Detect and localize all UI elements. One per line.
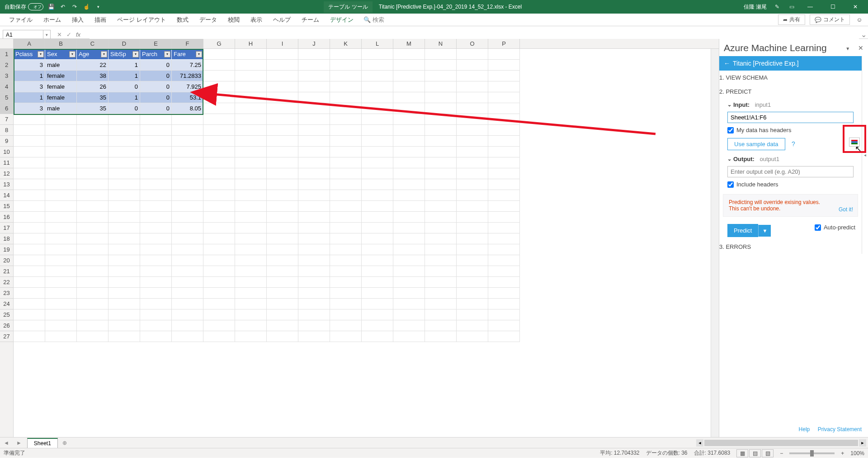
- cell[interactable]: [45, 157, 77, 168]
- col-header[interactable]: E: [140, 39, 172, 48]
- cell[interactable]: [45, 190, 77, 201]
- cell[interactable]: [393, 223, 425, 233]
- cell[interactable]: [77, 309, 108, 320]
- table-cell[interactable]: 0: [108, 103, 140, 114]
- cell[interactable]: [45, 244, 77, 255]
- cell[interactable]: [45, 255, 77, 266]
- cell[interactable]: [298, 190, 330, 201]
- save-icon[interactable]: 💾: [47, 3, 55, 11]
- cell[interactable]: [488, 223, 520, 233]
- cell[interactable]: [457, 233, 488, 244]
- table-cell[interactable]: 7.25: [172, 60, 203, 71]
- cell[interactable]: [457, 71, 488, 81]
- cell[interactable]: [298, 103, 330, 114]
- cell[interactable]: [362, 255, 393, 266]
- cell[interactable]: [77, 255, 108, 266]
- cell[interactable]: [14, 168, 45, 179]
- cell[interactable]: [330, 92, 362, 103]
- col-header[interactable]: K: [330, 39, 362, 48]
- view-normal-icon[interactable]: ▦: [736, 449, 748, 457]
- cell[interactable]: [330, 114, 362, 125]
- tab-data[interactable]: データ: [194, 14, 222, 26]
- fx-icon[interactable]: fx: [76, 31, 83, 38]
- cell[interactable]: [488, 309, 520, 320]
- col-header[interactable]: D: [108, 39, 140, 48]
- cell[interactable]: [488, 266, 520, 277]
- cell[interactable]: [298, 81, 330, 92]
- cell[interactable]: [235, 179, 267, 190]
- cell[interactable]: [425, 125, 457, 136]
- cell[interactable]: [488, 277, 520, 288]
- cell[interactable]: [457, 266, 488, 277]
- cell[interactable]: [267, 60, 298, 71]
- table-cell[interactable]: 1: [108, 92, 140, 103]
- cell[interactable]: [457, 179, 488, 190]
- cell[interactable]: [298, 233, 330, 244]
- cell[interactable]: [425, 168, 457, 179]
- table-cell[interactable]: 1: [14, 92, 45, 103]
- cell[interactable]: [362, 179, 393, 190]
- cells[interactable]: Pclass▾Sex▾Age▾SibSp▾Parch▾Fare▾3male221…: [14, 49, 711, 437]
- cell[interactable]: [457, 277, 488, 288]
- cell[interactable]: [457, 201, 488, 212]
- zoom-slider[interactable]: [789, 452, 835, 454]
- tab-file[interactable]: ファイル: [4, 14, 38, 26]
- cell[interactable]: [108, 136, 140, 147]
- cell[interactable]: [330, 288, 362, 299]
- cell[interactable]: [362, 71, 393, 81]
- cell[interactable]: [425, 71, 457, 81]
- cell[interactable]: [203, 168, 235, 179]
- cell[interactable]: [488, 201, 520, 212]
- cell[interactable]: [14, 288, 45, 299]
- tab-home[interactable]: ホーム: [38, 14, 66, 26]
- cell[interactable]: [172, 266, 203, 277]
- cell[interactable]: [488, 60, 520, 71]
- cell[interactable]: [140, 147, 172, 157]
- cell[interactable]: [330, 60, 362, 71]
- step-predict[interactable]: 2. PREDICT: [719, 85, 862, 99]
- cell[interactable]: [203, 71, 235, 81]
- cell[interactable]: [488, 81, 520, 92]
- cell[interactable]: [172, 147, 203, 157]
- cell[interactable]: [45, 299, 77, 309]
- cell[interactable]: [140, 320, 172, 331]
- cell[interactable]: [267, 136, 298, 147]
- cell[interactable]: [172, 201, 203, 212]
- cell[interactable]: [45, 277, 77, 288]
- cell[interactable]: [457, 125, 488, 136]
- table-cell[interactable]: 0: [140, 81, 172, 92]
- cell[interactable]: [14, 114, 45, 125]
- cell[interactable]: [235, 157, 267, 168]
- table-header-cell[interactable]: Pclass▾: [14, 49, 45, 60]
- cell[interactable]: [457, 309, 488, 320]
- cell[interactable]: [267, 92, 298, 103]
- cell[interactable]: [393, 277, 425, 288]
- auto-predict-checkbox[interactable]: Auto-predict: [815, 224, 855, 231]
- cell[interactable]: [298, 320, 330, 331]
- cell[interactable]: [14, 244, 45, 255]
- cell[interactable]: [235, 103, 267, 114]
- cell[interactable]: [108, 309, 140, 320]
- cell[interactable]: [140, 244, 172, 255]
- cell[interactable]: [362, 157, 393, 168]
- cell[interactable]: [330, 157, 362, 168]
- cell[interactable]: [140, 168, 172, 179]
- name-box[interactable]: A1: [3, 30, 43, 40]
- help-link[interactable]: Help: [799, 426, 810, 433]
- table-header-cell[interactable]: Fare▾: [172, 49, 203, 60]
- cell[interactable]: [172, 288, 203, 299]
- cell[interactable]: [457, 157, 488, 168]
- cell[interactable]: [330, 81, 362, 92]
- cell[interactable]: [235, 49, 267, 60]
- cell[interactable]: [140, 201, 172, 212]
- cell[interactable]: [457, 92, 488, 103]
- tab-team[interactable]: チーム: [296, 14, 325, 26]
- cell[interactable]: [140, 299, 172, 309]
- row-header[interactable]: 20: [0, 255, 13, 266]
- cell[interactable]: [267, 212, 298, 223]
- cell[interactable]: [267, 114, 298, 125]
- table-cell[interactable]: 38: [77, 71, 108, 81]
- cell[interactable]: [425, 81, 457, 92]
- cell[interactable]: [203, 81, 235, 92]
- cell[interactable]: [393, 320, 425, 331]
